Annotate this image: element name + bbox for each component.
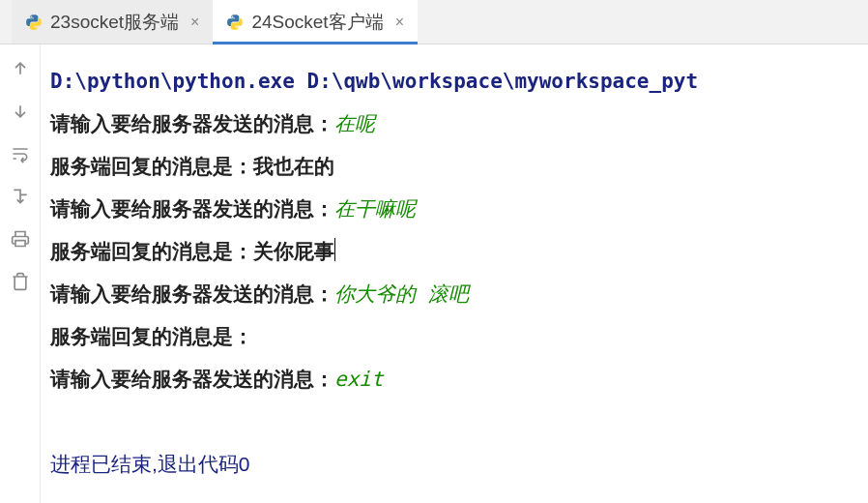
prompt-text: 请输入要给服务器发送的消息： [50, 368, 334, 391]
console-line: 服务端回复的消息是：关你屁事 [50, 230, 858, 273]
trash-icon[interactable] [10, 271, 31, 292]
prompt-text: 服务端回复的消息是： [50, 325, 253, 348]
close-icon[interactable]: × [190, 14, 199, 31]
exit-message: 进程已结束,退出代码0 [50, 453, 250, 475]
console-line: 服务端回复的消息是：我也在的 [50, 145, 858, 188]
exit-line: 进程已结束,退出代码0 [50, 443, 858, 486]
console-output[interactable]: D:\python\python.exe D:\qwb\workspace\my… [41, 44, 868, 503]
console-line: 请输入要给服务器发送的消息：exit [50, 358, 858, 400]
console-line: 请输入要给服务器发送的消息：你大爷的 滚吧 [50, 273, 858, 315]
prompt-text: 服务端回复的消息是： [50, 240, 253, 263]
console-line: 服务端回复的消息是： [50, 315, 858, 358]
console-line: 请输入要给服务器发送的消息：在干嘛呢 [50, 188, 858, 230]
user-input: 你大爷的 滚吧 [334, 282, 469, 306]
tab-23socket-server[interactable]: 23socket服务端 × [12, 0, 213, 44]
prompt-text: 服务端回复的消息是： [50, 155, 253, 178]
arrow-up-icon[interactable] [10, 58, 31, 79]
python-icon [226, 14, 244, 31]
tool-gutter [0, 44, 41, 503]
exec-path: D:\python\python.exe D:\qwb\workspace\my… [50, 70, 698, 93]
step-down-icon[interactable] [10, 186, 31, 207]
tab-label: 24Socket客户端 [251, 10, 383, 35]
wrap-icon[interactable] [10, 143, 31, 164]
user-input: exit [334, 368, 384, 391]
user-input: 在呢 [334, 112, 375, 135]
blank-line [50, 400, 858, 443]
close-icon[interactable]: × [395, 14, 404, 31]
console-line: 请输入要给服务器发送的消息：在呢 [50, 103, 858, 145]
print-icon[interactable] [10, 228, 31, 250]
arrow-down-icon[interactable] [10, 101, 31, 122]
prompt-text: 请输入要给服务器发送的消息： [50, 112, 334, 135]
command-line: D:\python\python.exe D:\qwb\workspace\my… [50, 60, 858, 103]
tab-24socket-client[interactable]: 24Socket客户端 × [213, 0, 418, 44]
python-icon [25, 14, 43, 31]
prompt-text: 请输入要给服务器发送的消息： [50, 197, 334, 221]
prompt-text: 请输入要给服务器发送的消息： [50, 282, 334, 306]
user-input: 在干嘛呢 [334, 197, 416, 221]
tab-label: 23socket服务端 [50, 10, 179, 35]
text-cursor [334, 238, 335, 261]
server-reply: 关你屁事 [253, 240, 334, 263]
server-reply: 我也在的 [253, 155, 334, 178]
tab-strip: 23socket服务端 × 24Socket客户端 × [0, 0, 868, 44]
